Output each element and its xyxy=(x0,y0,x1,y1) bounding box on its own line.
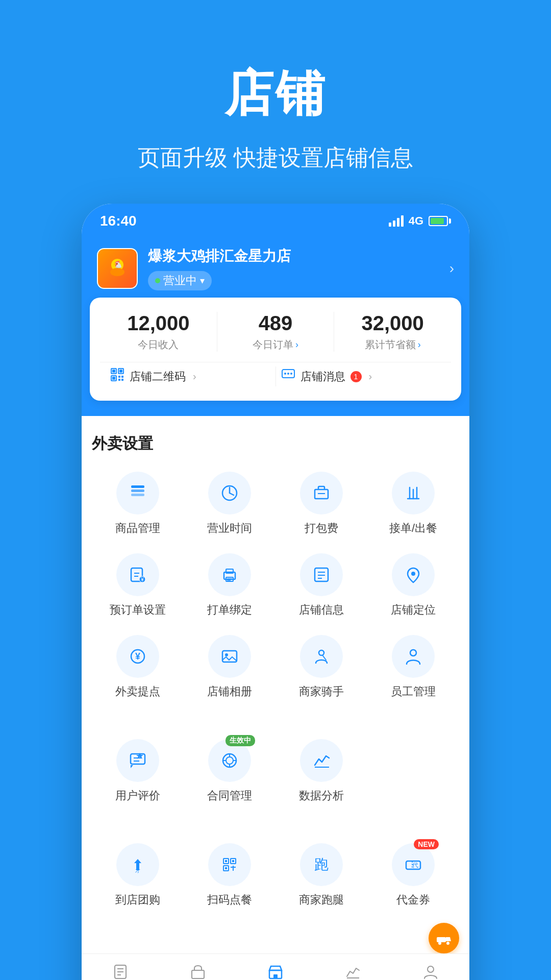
nav-mall[interactable]: 商城 xyxy=(172,963,223,980)
svg-point-16 xyxy=(290,373,292,375)
svg-rect-64 xyxy=(225,860,227,862)
store-status-label: 营业中 xyxy=(163,273,197,288)
printer-binding-item[interactable]: 打单绑定 xyxy=(184,546,276,628)
group-buy-label: 到店团购 xyxy=(115,892,160,908)
delivery-tip-label: 外卖提点 xyxy=(115,684,160,699)
stats-panel: 12,000 今日收入 489 今日订单 › 32,000 累计节省额 › xyxy=(90,298,461,401)
preorder-settings-icon: ¥ xyxy=(116,553,159,596)
menu-management-label: 商品管理 xyxy=(115,521,160,536)
merchant-delivery-item[interactable]: 跑 商家跑腿 xyxy=(276,836,367,918)
signal-icon xyxy=(389,215,404,227)
svg-rect-11 xyxy=(118,379,120,381)
bottom-nav: 订单 商城 店铺 xyxy=(82,953,469,980)
nav-profile[interactable]: 我的 xyxy=(405,963,456,980)
nav-store[interactable]: 店铺 xyxy=(250,963,301,980)
takeout-section-title: 外卖设置 xyxy=(92,433,459,454)
stat-savings[interactable]: 32,000 累计节省额 › xyxy=(334,312,451,352)
svg-rect-6 xyxy=(119,370,122,373)
contract-management-item[interactable]: 生效中 合同管理 xyxy=(184,732,276,814)
data-analysis-item[interactable]: 数据分析 xyxy=(276,732,367,814)
nav-orders[interactable]: 订单 xyxy=(95,963,146,980)
business-hours-item[interactable]: 营业时间 xyxy=(184,464,276,546)
store-message-link[interactable]: 店铺消息 1 › xyxy=(276,362,446,390)
svg-rect-46 xyxy=(222,651,237,662)
instore-section: 才 到店团购 xyxy=(82,826,469,923)
delivery-tip-item[interactable]: ¥ 外卖提点 xyxy=(92,628,184,709)
packing-fee-item[interactable]: 打包费 xyxy=(276,464,367,546)
qr-label: 店铺二维码 xyxy=(130,369,186,384)
voucher-new-badge: NEW xyxy=(414,839,439,849)
store-status-badge[interactable]: 营业中 ▾ xyxy=(148,271,212,290)
store-header: 🐔 爆浆大鸡排汇金星力店 营业中 ▾ › xyxy=(82,236,469,303)
store-details: 爆浆大鸡排汇金星力店 营业中 ▾ xyxy=(148,247,439,290)
store-location-item[interactable]: 店铺定位 xyxy=(367,546,459,628)
store-logo-icon: 🐔 xyxy=(105,256,130,281)
staff-management-label: 员工管理 xyxy=(391,684,436,699)
qr-code-link[interactable]: 店铺二维码 › xyxy=(105,362,276,390)
merchant-rider-item[interactable]: 商家骑手 xyxy=(276,628,367,709)
merchant-delivery-label: 商家跑腿 xyxy=(299,892,344,908)
qr-arrow-icon: › xyxy=(193,371,196,382)
store-album-item[interactable]: 店铺相册 xyxy=(184,628,276,709)
stat-today-income[interactable]: 12,000 今日收入 xyxy=(100,312,217,352)
group-buy-item[interactable]: 才 到店团购 xyxy=(92,836,184,918)
svg-rect-12 xyxy=(121,379,123,381)
business-hours-label: 营业时间 xyxy=(207,521,252,536)
svg-rect-8 xyxy=(112,377,115,380)
business-hours-icon xyxy=(208,472,251,514)
voucher-item[interactable]: NEW 代 代金券 xyxy=(367,836,459,918)
status-bar: 16:40 4G xyxy=(82,204,469,236)
group-buy-icon: 才 xyxy=(116,843,159,886)
review-section: 用户评价 生效中 合同管理 xyxy=(82,722,469,819)
battery-icon xyxy=(429,216,451,226)
message-badge: 1 xyxy=(350,371,362,382)
takeout-icon-grid: 商品管理 营业时间 xyxy=(92,464,459,709)
status-dot xyxy=(155,278,160,283)
orders-arrow: › xyxy=(295,339,298,350)
page-subtitle: 页面升级 快捷设置店铺信息 xyxy=(20,143,531,173)
contract-active-badge: 生效中 xyxy=(226,735,255,746)
preorder-settings-item[interactable]: ¥ 预订单设置 xyxy=(92,546,184,628)
svg-point-1 xyxy=(110,268,124,276)
scan-order-item[interactable]: 扫码点餐 xyxy=(184,836,276,918)
staff-management-item[interactable]: 员工管理 xyxy=(367,628,459,709)
svg-rect-65 xyxy=(232,860,234,862)
float-action-button[interactable] xyxy=(429,923,459,953)
svg-point-14 xyxy=(284,373,286,375)
message-icon xyxy=(281,368,295,385)
order-receipt-item[interactable]: 接单/出餐 xyxy=(367,464,459,546)
staff-management-icon xyxy=(392,635,435,678)
svg-point-49 xyxy=(410,650,416,656)
orders-label: 今日订单 › xyxy=(217,338,334,352)
data-analysis-label: 数据分析 xyxy=(299,788,344,803)
profile-nav-icon xyxy=(422,963,439,980)
svg-point-47 xyxy=(225,653,228,656)
user-review-label: 用户评价 xyxy=(115,788,160,803)
menu-management-icon xyxy=(116,472,159,514)
stat-today-orders[interactable]: 489 今日订单 › xyxy=(217,312,334,352)
menu-management-item[interactable]: 商品管理 xyxy=(92,464,184,546)
contract-management-label: 合同管理 xyxy=(207,788,252,803)
time-display: 16:40 xyxy=(100,213,137,229)
svg-text:¥: ¥ xyxy=(140,577,144,582)
savings-value: 32,000 xyxy=(334,312,451,335)
svg-point-84 xyxy=(428,966,434,972)
store-name: 爆浆大鸡排汇金星力店 xyxy=(148,247,439,266)
stats-row: 12,000 今日收入 489 今日订单 › 32,000 累计节省额 › xyxy=(100,312,451,352)
page-title: 店铺 xyxy=(20,61,531,128)
svg-point-48 xyxy=(319,650,324,655)
nav-marketing[interactable]: 营销 xyxy=(328,963,379,980)
store-info-item[interactable]: 店铺信息 xyxy=(276,546,367,628)
merchant-rider-label: 商家骑手 xyxy=(299,684,344,699)
user-review-icon xyxy=(116,739,159,782)
voucher-label: 代金券 xyxy=(396,892,430,908)
message-label: 店铺消息 xyxy=(300,369,345,384)
chevron-down-icon: ▾ xyxy=(200,275,205,286)
user-review-item[interactable]: 用户评价 xyxy=(92,732,184,814)
svg-rect-17 xyxy=(131,485,144,488)
store-chevron-icon[interactable]: › xyxy=(449,260,454,277)
quick-links: 店铺二维码 › 店铺消息 1 › xyxy=(100,362,451,390)
orders-value: 489 xyxy=(217,312,334,335)
income-value: 12,000 xyxy=(100,312,217,335)
store-info-icon xyxy=(300,553,343,596)
